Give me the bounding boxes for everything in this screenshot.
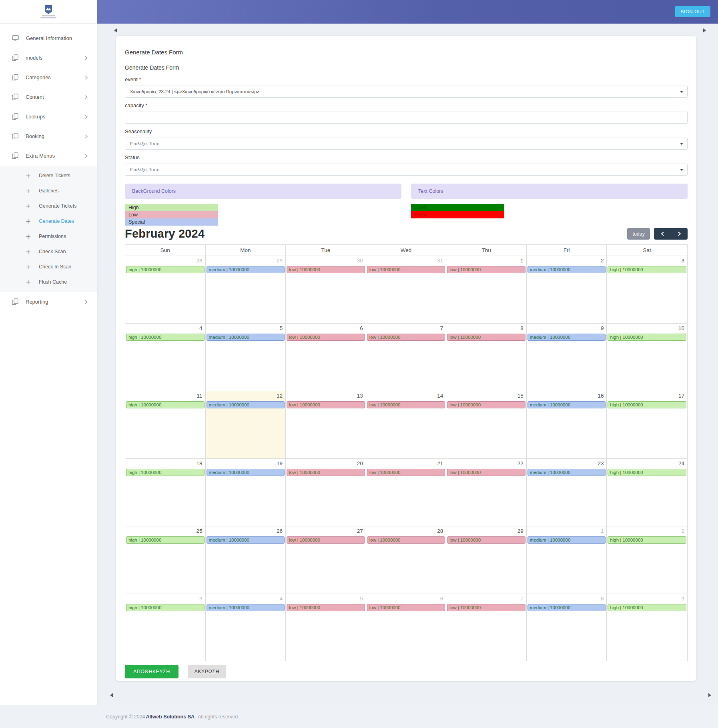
event-chip[interactable]: medium | 10000000 (207, 536, 285, 544)
event-chip[interactable]: high | 10000000 (608, 469, 686, 476)
event-chip[interactable]: medium | 10000000 (207, 334, 285, 341)
submenu-item-galleries[interactable]: Galleries (0, 183, 97, 198)
scroll-left-icon[interactable] (114, 28, 117, 32)
calendar-day-cell[interactable]: 15low | 10000000 (446, 391, 527, 458)
sidebar-item-lookups[interactable]: Lookups (0, 107, 97, 126)
event-chip[interactable]: low | 10000000 (447, 334, 525, 341)
event-chip[interactable]: low | 10000000 (287, 401, 365, 408)
event-chip[interactable]: high | 10000000 (126, 536, 205, 544)
event-chip[interactable]: low | 10000000 (287, 604, 365, 611)
calendar-day-cell[interactable]: 6low | 10000000 (366, 594, 447, 661)
calendar-day-cell[interactable]: 5low | 10000000 (286, 594, 366, 661)
event-chip[interactable]: medium | 10000000 (527, 536, 606, 544)
event-chip[interactable]: low | 10000000 (447, 604, 525, 611)
event-chip[interactable]: high | 10000000 (126, 604, 205, 611)
event-chip[interactable]: low | 10000000 (447, 469, 525, 476)
event-chip[interactable]: low | 10000000 (367, 604, 445, 611)
event-chip[interactable]: low | 10000000 (367, 469, 445, 476)
calendar-day-cell[interactable]: 4medium | 10000000 (206, 594, 286, 661)
next-month-button[interactable] (671, 228, 688, 240)
sidebar-item-categories[interactable]: Categories (0, 68, 97, 87)
seasonality-select[interactable]: Επιλέξτε Τυπο (125, 138, 688, 150)
event-chip[interactable]: low | 10000000 (447, 266, 525, 273)
calendar-day-cell[interactable]: 31low | 10000000 (366, 256, 447, 323)
calendar-day-cell[interactable]: 16medium | 10000000 (527, 391, 607, 458)
event-chip[interactable]: low | 10000000 (287, 469, 365, 476)
event-chip[interactable]: high | 10000000 (126, 401, 205, 408)
event-chip[interactable]: medium | 10000000 (527, 334, 606, 341)
calendar-day-cell[interactable]: 25high | 10000000 (125, 526, 206, 594)
sidebar-item-models[interactable]: models (0, 48, 97, 68)
calendar-day-cell[interactable]: 5medium | 10000000 (206, 323, 286, 391)
scroll-right-icon[interactable] (708, 693, 711, 697)
sign-out-button[interactable]: SIGN OUT (675, 6, 710, 17)
submenu-item-flush-cache[interactable]: Flush Cache (0, 274, 97, 290)
calendar-day-cell[interactable]: 11high | 10000000 (125, 391, 206, 458)
event-chip[interactable]: high | 10000000 (608, 604, 686, 611)
calendar-day-cell[interactable]: 1medium | 10000000 (527, 526, 607, 594)
calendar-day-cell[interactable]: 14low | 10000000 (366, 391, 447, 458)
calendar-day-cell[interactable]: 28high | 10000000 (125, 256, 206, 323)
sidebar-item-extra-menus[interactable]: Extra Menus (0, 146, 97, 166)
event-chip[interactable]: medium | 10000000 (527, 266, 606, 273)
event-chip[interactable]: high | 10000000 (608, 536, 686, 544)
calendar-day-cell[interactable]: 6low | 10000000 (286, 323, 366, 391)
event-chip[interactable]: low | 10000000 (367, 266, 445, 273)
calendar-day-cell[interactable]: 29medium | 10000000 (206, 256, 286, 323)
event-chip[interactable]: low | 10000000 (287, 334, 365, 341)
event-chip[interactable]: low | 10000000 (287, 266, 365, 273)
calendar-day-cell[interactable]: 7low | 10000000 (366, 323, 447, 391)
event-chip[interactable]: medium | 10000000 (527, 604, 606, 611)
submenu-item-permissions[interactable]: Permissions (0, 229, 97, 244)
submenu-item-delete-tickets[interactable]: Delete Tickets (0, 168, 97, 183)
submenu-item-generate-tickets[interactable]: Generate Tickets (0, 198, 97, 214)
capacity-input[interactable] (125, 112, 688, 124)
event-chip[interactable]: high | 10000000 (608, 401, 686, 408)
cancel-button[interactable]: ΑΚΥΡΩΣΗ (188, 665, 226, 678)
calendar-day-cell[interactable]: 24high | 10000000 (607, 458, 687, 526)
sidebar-item-reporting[interactable]: Reporting (0, 292, 97, 312)
sidebar-item-booking[interactable]: Booking (0, 126, 97, 146)
submenu-item-generate-dates[interactable]: Generate Dates (0, 214, 97, 229)
scroll-left-icon[interactable] (110, 693, 113, 697)
submenu-item-check-scan[interactable]: Check Scan (0, 244, 97, 259)
event-chip[interactable]: low | 10000000 (447, 401, 525, 408)
calendar-day-cell[interactable]: 19medium | 10000000 (206, 458, 286, 526)
calendar-day-cell[interactable]: 9medium | 10000000 (527, 323, 607, 391)
calendar-day-cell[interactable]: 29low | 10000000 (446, 526, 527, 594)
event-chip[interactable]: low | 10000000 (367, 334, 445, 341)
event-chip[interactable]: medium | 10000000 (207, 266, 285, 273)
calendar-day-cell[interactable]: 4high | 10000000 (125, 323, 206, 391)
today-button[interactable]: today (627, 228, 650, 240)
save-button[interactable]: ΑΠΟΘΗΚΕΥΣΗ (125, 665, 178, 678)
event-chip[interactable]: medium | 10000000 (207, 604, 285, 611)
calendar-day-cell[interactable]: 22low | 10000000 (446, 458, 527, 526)
event-chip[interactable]: high | 10000000 (608, 334, 686, 341)
calendar-day-cell[interactable]: 21low | 10000000 (366, 458, 447, 526)
calendar-day-cell[interactable]: 3high | 10000000 (607, 256, 687, 323)
event-chip[interactable]: high | 10000000 (126, 334, 205, 341)
calendar-day-cell[interactable]: 10high | 10000000 (607, 323, 687, 391)
sidebar-item-general-information[interactable]: General Information (0, 28, 97, 48)
calendar-day-cell[interactable]: 7low | 10000000 (446, 594, 527, 661)
scroll-right-icon[interactable] (703, 28, 706, 32)
event-chip[interactable]: medium | 10000000 (527, 469, 606, 476)
sidebar-item-content[interactable]: Content (0, 87, 97, 107)
status-select[interactable]: Επιλέξτε Τυπο (125, 164, 688, 176)
calendar-day-cell[interactable]: 1low | 10000000 (446, 256, 527, 323)
event-chip[interactable]: low | 10000000 (287, 536, 365, 544)
event-chip[interactable]: medium | 10000000 (207, 469, 285, 476)
calendar-day-cell[interactable]: 26medium | 10000000 (206, 526, 286, 594)
calendar-day-cell-today[interactable]: 12medium | 10000000 (206, 391, 286, 458)
event-chip[interactable]: high | 10000000 (126, 469, 205, 476)
calendar-day-cell[interactable]: 13low | 10000000 (286, 391, 366, 458)
calendar-day-cell[interactable]: 2medium | 10000000 (527, 256, 607, 323)
prev-month-button[interactable] (654, 228, 671, 240)
calendar-day-cell[interactable]: 17high | 10000000 (607, 391, 687, 458)
event-chip[interactable]: low | 10000000 (367, 536, 445, 544)
event-chip[interactable]: high | 10000000 (126, 266, 205, 273)
event-chip[interactable]: medium | 10000000 (207, 401, 285, 408)
calendar-day-cell[interactable]: 8low | 10000000 (446, 323, 527, 391)
calendar-day-cell[interactable]: 28low | 10000000 (366, 526, 447, 594)
event-chip[interactable]: high | 10000000 (608, 266, 686, 273)
